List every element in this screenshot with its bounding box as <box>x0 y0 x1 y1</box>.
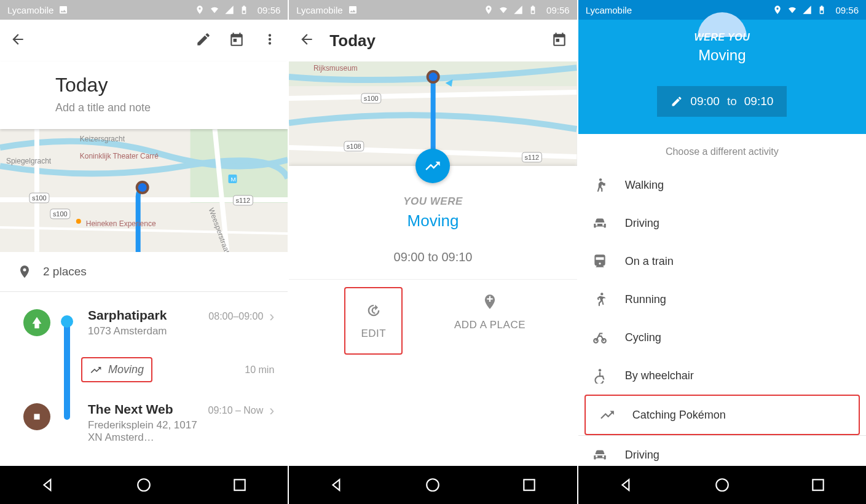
entry-subtitle: Frederiksplein 42, 1017 XN Amsterd… <box>88 419 208 444</box>
activity-walking[interactable]: Walking <box>578 166 866 204</box>
map-label: Koninklijk Theater Carré <box>80 152 159 160</box>
arrow-back-icon <box>10 31 26 47</box>
wifi-icon <box>787 5 797 15</box>
nav-recent-icon[interactable] <box>810 477 826 493</box>
timeline-entry-start[interactable]: Sarphatipark 1073 Amsterdam 08:00–09:00 … <box>0 298 288 347</box>
current-activity: Moving <box>698 47 746 64</box>
time-to: to <box>727 95 737 108</box>
entry-title: Sarphatipark <box>88 308 208 323</box>
status-time: 09:56 <box>258 5 281 15</box>
car-icon <box>592 447 608 463</box>
moving-label: Moving <box>108 363 144 376</box>
wifi-icon <box>210 5 219 15</box>
activity-label: Running <box>625 293 666 306</box>
back-button[interactable] <box>296 29 317 52</box>
nav-back-icon[interactable] <box>329 477 345 493</box>
svg-text:s108: s108 <box>347 143 361 150</box>
activity-train[interactable]: On a train <box>578 242 866 280</box>
android-navbar <box>0 466 288 504</box>
activity-label: Cycling <box>625 331 661 344</box>
status-time: 09:56 <box>835 5 859 15</box>
day-header-card[interactable]: Today Add a title and note <box>0 61 288 129</box>
stop-icon <box>23 403 50 430</box>
suggestion-driving[interactable]: Driving <box>578 436 866 466</box>
svg-point-14 <box>138 479 150 491</box>
svg-rect-13 <box>34 414 39 419</box>
svg-text:M: M <box>230 176 235 183</box>
nav-home-icon[interactable] <box>714 477 730 493</box>
battery-icon <box>239 5 249 15</box>
edit-button[interactable] <box>193 29 214 52</box>
svg-rect-34 <box>813 479 823 490</box>
edit-button[interactable]: EDIT <box>344 287 403 355</box>
trend-icon <box>424 157 441 175</box>
svg-point-3 <box>138 183 147 192</box>
edit-icon <box>365 302 382 319</box>
time-chip[interactable]: 09:00 to 09:10 <box>657 86 787 117</box>
activity-cycling[interactable]: Cycling <box>578 318 866 356</box>
walk-icon <box>592 177 608 193</box>
moving-chip[interactable]: Moving <box>81 357 152 382</box>
page-subtitle: Add a title and note <box>55 101 275 114</box>
status-time: 09:56 <box>546 5 570 15</box>
svg-point-32 <box>598 369 600 371</box>
places-summary[interactable]: 2 places <box>0 252 288 292</box>
svg-text:s100: s100 <box>53 210 68 218</box>
nav-back-icon[interactable] <box>40 477 56 493</box>
activity-label: On a train <box>625 255 674 268</box>
activity-wheelchair[interactable]: By wheelchair <box>578 356 866 395</box>
svg-text:s100: s100 <box>364 95 379 102</box>
place-icon <box>17 264 32 279</box>
nav-recent-icon[interactable] <box>521 477 537 493</box>
chevron-right-icon: › <box>269 402 274 419</box>
wheelchair-icon <box>592 368 608 384</box>
nav-home-icon[interactable] <box>136 477 152 493</box>
activity-driving[interactable]: Driving <box>578 204 866 242</box>
battery-icon <box>817 5 827 15</box>
time-end: 09:10 <box>744 95 774 108</box>
map[interactable]: Keizersgracht Koninklijk Theater Carré S… <box>0 129 288 252</box>
activity-pokemon[interactable]: Catching Pokémon <box>585 395 860 435</box>
arrow-back-icon <box>299 31 315 47</box>
activity-icon <box>415 149 450 183</box>
screen-3-choose-activity: Lycamobile 09:56 WERE YOU Moving 09:00 t… <box>578 0 866 504</box>
android-navbar <box>289 466 577 504</box>
calendar-button[interactable] <box>549 29 570 52</box>
nav-back-icon[interactable] <box>618 477 634 493</box>
page-title: Today <box>55 74 275 96</box>
activity-label: Driving <box>625 449 659 462</box>
activity-running[interactable]: Running <box>578 280 866 318</box>
bike-icon <box>592 329 608 345</box>
choose-label: Choose a different activity <box>578 134 866 166</box>
add-place-button[interactable]: ADD A PLACE <box>403 280 577 362</box>
trend-icon <box>90 364 102 376</box>
overflow-button[interactable] <box>259 29 280 52</box>
nav-recent-icon[interactable] <box>232 477 248 493</box>
svg-point-33 <box>716 479 728 491</box>
back-button[interactable] <box>7 29 28 52</box>
calendar-icon <box>229 31 245 47</box>
entry-subtitle: 1073 Amsterdam <box>88 325 208 337</box>
time-range: 09:00 to 09:10 <box>394 250 473 264</box>
nav-home-icon[interactable] <box>425 477 441 493</box>
carrier-label: Lycamobile <box>296 5 342 15</box>
time-start: 09:00 <box>690 95 720 108</box>
android-navbar <box>578 466 866 504</box>
map-label: Spiegelgracht <box>6 157 52 165</box>
calendar-button[interactable] <box>226 29 247 52</box>
more-vert-icon <box>262 31 278 47</box>
trend-icon <box>599 407 615 423</box>
moving-duration: 10 min <box>245 364 274 376</box>
svg-point-19 <box>429 73 438 81</box>
activity-label: By wheelchair <box>625 369 694 382</box>
were-you-label: WERE YOU <box>694 32 750 43</box>
carrier-label: Lycamobile <box>586 5 632 15</box>
timeline-entry-end[interactable]: The Next Web Frederiksplein 42, 1017 XN … <box>0 392 288 454</box>
moving-segment[interactable]: Moving 10 min <box>0 347 288 392</box>
entry-time: 09:10 – Now <box>208 405 263 416</box>
calendar-icon <box>551 31 567 47</box>
add-place-icon <box>481 293 498 310</box>
entry-title: The Next Web <box>88 402 208 417</box>
svg-text:s100: s100 <box>32 194 47 202</box>
location-icon <box>195 5 205 15</box>
